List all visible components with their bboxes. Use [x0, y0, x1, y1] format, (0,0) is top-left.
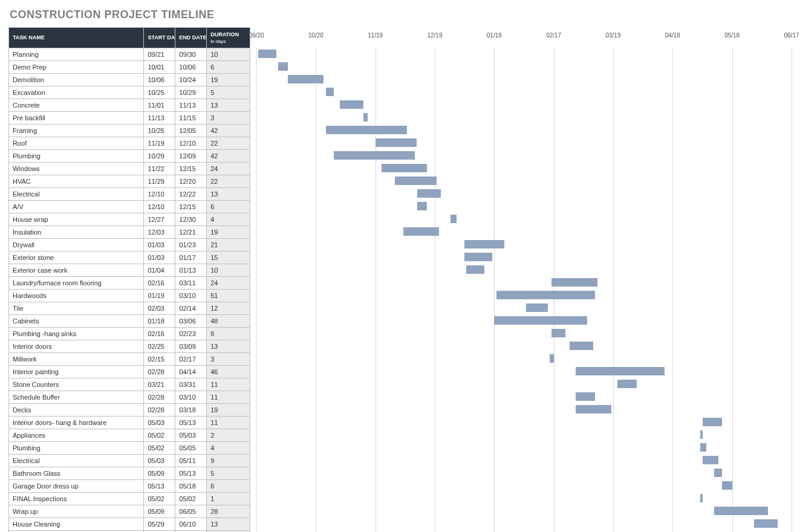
- axis-tick-label: 03/19: [605, 32, 620, 39]
- task-name-cell: Interior doors- hang & hardware: [9, 417, 144, 429]
- task-name-cell: Framing: [9, 125, 144, 137]
- gantt-row: [256, 327, 792, 340]
- task-name-cell: Interior doors: [9, 340, 144, 353]
- gantt-row: [256, 276, 792, 289]
- task-end-cell: 06/10: [175, 518, 207, 531]
- gantt-row: [256, 352, 792, 365]
- task-name-cell: Demo Prep: [9, 61, 144, 74]
- task-start-cell: 03/21: [144, 378, 175, 391]
- task-duration-cell: 6: [207, 201, 250, 213]
- gantt-row: [256, 441, 792, 454]
- gantt-row: [256, 213, 792, 225]
- task-name-cell: Drywall: [9, 239, 144, 251]
- gantt-row: [256, 454, 792, 467]
- table-row: Hardwoods01/1903/1051: [9, 290, 250, 302]
- task-name-cell: Plumbing: [9, 150, 144, 163]
- col-header-duration: DURATION in days: [207, 28, 250, 48]
- task-name-cell: Roof: [9, 137, 144, 150]
- task-start-cell: 05/02: [144, 442, 175, 455]
- gantt-row: [256, 302, 792, 314]
- task-name-cell: Planning: [9, 48, 144, 61]
- task-name-cell: Insulation: [9, 226, 144, 239]
- task-table-wrap: TASK NAME START DATE END DATE DURATION i…: [8, 27, 250, 532]
- table-row: Electrical05/0305/119: [9, 455, 250, 467]
- task-end-cell: 02/14: [175, 302, 207, 315]
- task-duration-cell: 3: [207, 353, 250, 366]
- task-name-cell: House Cleaning: [9, 518, 144, 531]
- task-start-cell: 02/03: [144, 302, 175, 315]
- gantt-bar: [363, 113, 368, 122]
- task-duration-cell: 22: [207, 137, 250, 150]
- task-start-cell: 09/21: [144, 48, 175, 61]
- gantt-row: [256, 264, 792, 276]
- col-header-end: END DATE: [175, 28, 207, 48]
- task-end-cell: 03/10: [175, 391, 207, 404]
- task-end-cell: 10/06: [175, 61, 207, 74]
- gridline: [792, 48, 792, 532]
- task-start-cell: 05/09: [144, 505, 175, 518]
- table-row: Plumbing10/2912/0942: [9, 150, 250, 163]
- gantt-row: [256, 200, 792, 213]
- gantt-row: [256, 505, 792, 517]
- gantt-bar: [395, 177, 437, 185]
- task-end-cell: 12/15: [175, 163, 207, 175]
- task-name-cell: Wrap up: [9, 505, 144, 518]
- task-start-cell: 10/25: [144, 125, 175, 137]
- gantt-row: [256, 403, 792, 416]
- task-start-cell: 12/03: [144, 226, 175, 239]
- task-end-cell: 12/21: [175, 226, 207, 239]
- table-row: Insulation12/0312/2119: [9, 226, 250, 239]
- task-table: TASK NAME START DATE END DATE DURATION i…: [8, 27, 250, 532]
- task-end-cell: 03/10: [175, 290, 207, 302]
- task-name-cell: A/V: [9, 201, 144, 213]
- task-end-cell: 03/18: [175, 404, 207, 417]
- task-name-cell: Excavation: [9, 86, 144, 99]
- task-start-cell: 02/15: [144, 353, 175, 366]
- task-end-cell: 03/06: [175, 315, 207, 328]
- task-end-cell: 06/05: [175, 505, 207, 518]
- task-duration-cell: 24: [207, 163, 250, 175]
- gantt-row: [256, 429, 792, 441]
- axis-tick-label: 01/18: [487, 32, 502, 39]
- task-start-cell: 11/22: [144, 163, 175, 175]
- task-start-cell: 01/04: [144, 264, 175, 277]
- gantt-bar: [570, 342, 593, 350]
- task-duration-cell: 11: [207, 417, 250, 429]
- task-name-cell: Electrical: [9, 188, 144, 201]
- task-duration-cell: 24: [207, 277, 250, 290]
- gantt-bar: [376, 138, 417, 147]
- gantt-bar: [464, 240, 504, 248]
- col-header-duration-main: DURATION: [210, 31, 239, 37]
- task-end-cell: 12/10: [175, 137, 207, 150]
- task-name-cell: Cabinets: [9, 315, 144, 328]
- table-row: Decks02/2803/1819: [9, 404, 250, 417]
- gantt-row: [256, 137, 792, 149]
- task-name-cell: Electrical: [9, 455, 144, 467]
- task-duration-cell: 42: [207, 125, 250, 137]
- task-duration-cell: 21: [207, 239, 250, 251]
- axis-tick-label: 05/18: [724, 32, 740, 39]
- table-row: Garage Door dress up05/1305/186: [9, 480, 250, 493]
- task-end-cell: 05/05: [175, 442, 207, 455]
- gantt-bar: [326, 126, 407, 134]
- table-row: A/V12/1012/156: [9, 201, 250, 213]
- gantt-bar: [450, 215, 457, 223]
- gantt-row: [256, 124, 792, 137]
- axis-tick-label: 06/17: [784, 32, 799, 39]
- task-name-cell: Stone Counters: [9, 378, 144, 391]
- col-header-duration-sub: in days: [210, 39, 226, 44]
- task-name-cell: Concrete: [9, 99, 144, 112]
- gantt-row: [256, 378, 792, 391]
- task-duration-cell: 8: [207, 328, 250, 340]
- task-start-cell: 02/16: [144, 277, 175, 290]
- table-row: Stone Counters03/2103/3111: [9, 378, 250, 391]
- gantt-bar: [466, 265, 484, 274]
- task-start-cell: 05/02: [144, 493, 175, 505]
- task-start-cell: 12/27: [144, 213, 175, 226]
- task-duration-cell: 12: [207, 302, 250, 315]
- gantt-bar: [700, 443, 706, 452]
- task-name-cell: Exterior stone: [9, 251, 144, 264]
- task-end-cell: 05/13: [175, 417, 207, 429]
- gantt-bar: [464, 253, 492, 261]
- table-row: Concrete11/0111/1313: [9, 99, 250, 112]
